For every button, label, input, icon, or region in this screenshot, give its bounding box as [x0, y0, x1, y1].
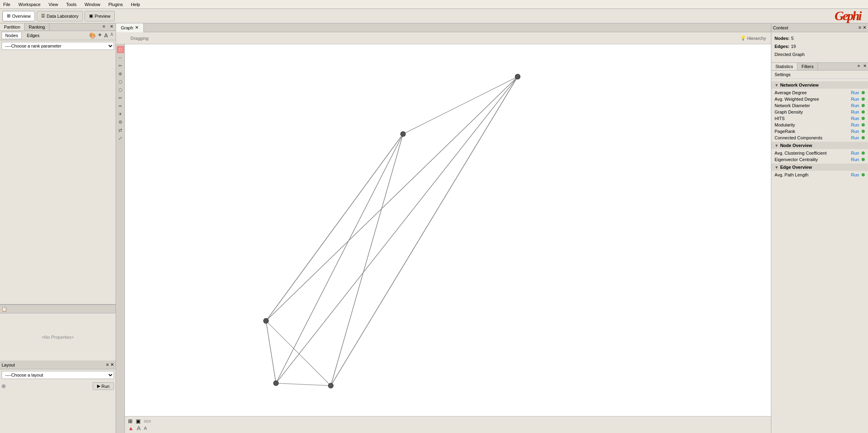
- stats-settings: Settings: [771, 70, 868, 79]
- zoom-tool[interactable]: ⊕: [117, 70, 124, 77]
- ranking-tab[interactable]: Ranking: [25, 23, 49, 31]
- modularity-run[interactable]: Run: [851, 122, 859, 127]
- font-a-small-icon[interactable]: A: [144, 426, 147, 431]
- context-menu[interactable]: ≡: [859, 25, 861, 30]
- graph-bottom-controls: ⊞ ▣ size ▲ A A: [125, 416, 771, 433]
- connected-components-dot: [862, 136, 865, 139]
- node-4[interactable]: [273, 381, 278, 385]
- pencil-tool[interactable]: ✏: [117, 62, 124, 69]
- menu-window[interactable]: Window: [83, 1, 102, 8]
- data-lab-button[interactable]: ☰ Data Laboratory: [37, 11, 83, 21]
- brush-tool[interactable]: ⬡: [117, 78, 124, 85]
- avg-degree-actions: Run: [851, 90, 865, 95]
- clustering-run[interactable]: Run: [851, 151, 859, 155]
- hierarchy-button[interactable]: 💡 Hierarchy: [737, 35, 769, 41]
- properties-section: 📋 <No Properties>: [0, 304, 116, 360]
- statistics-tab[interactable]: Statistics: [771, 63, 798, 70]
- layout-select[interactable]: ----Choose a layout: [2, 371, 114, 379]
- edge-collapse[interactable]: ▼: [775, 165, 779, 170]
- font-a-icon[interactable]: A: [137, 425, 141, 431]
- context-label: Context: [773, 25, 788, 30]
- edges-tab[interactable]: Edges: [23, 32, 43, 39]
- net-diameter-run[interactable]: Run: [851, 103, 859, 108]
- partition-tab[interactable]: Partition: [0, 23, 25, 31]
- hierarchy-icon: 💡: [740, 35, 746, 41]
- svg-line-8: [266, 321, 331, 386]
- pagerank-row: PageRank Run: [771, 128, 868, 135]
- grid-icon[interactable]: ▣: [136, 418, 141, 424]
- node-3[interactable]: [263, 318, 268, 323]
- ruler-tool[interactable]: ━: [117, 102, 124, 110]
- pagerank-run[interactable]: Run: [851, 129, 859, 134]
- avg-weighted-row: Avg. Weighted Degree Run: [771, 96, 868, 102]
- settings-tool[interactable]: ⚙: [117, 118, 124, 126]
- fit-tool[interactable]: ⤢: [117, 135, 124, 142]
- filters-tab[interactable]: Filters: [798, 63, 818, 70]
- menu-help[interactable]: Help: [129, 1, 142, 8]
- font-small-icon[interactable]: A: [110, 32, 114, 39]
- pencil2-tool[interactable]: ✏: [117, 94, 124, 102]
- graph-tab-label: Graph: [121, 25, 133, 30]
- layout-header-actions: ≡ ✕: [106, 362, 114, 367]
- avg-weighted-actions: Run: [851, 97, 865, 102]
- transform-tool[interactable]: ⇄: [117, 126, 124, 134]
- partition-menu[interactable]: ≡: [100, 23, 108, 31]
- clustering-label: Avg. Clustering Coefficient: [775, 151, 827, 155]
- node-2[interactable]: [400, 132, 405, 137]
- pagerank-actions: Run: [851, 129, 865, 134]
- svg-line-17: [266, 134, 403, 321]
- move-tool[interactable]: ↔: [117, 54, 124, 61]
- menu-workspace[interactable]: Workspace: [17, 1, 42, 8]
- network-collapse[interactable]: ▼: [775, 83, 779, 87]
- eigenvector-run[interactable]: Run: [851, 157, 859, 162]
- node-collapse[interactable]: ▼: [775, 143, 779, 148]
- graph-density-run[interactable]: Run: [851, 110, 859, 114]
- menu-file[interactable]: File: [2, 1, 12, 8]
- svg-line-18: [266, 321, 276, 383]
- run-button[interactable]: ▶ Run: [93, 382, 114, 390]
- color2-tool[interactable]: ⬡: [117, 86, 124, 93]
- connected-components-run[interactable]: Run: [851, 135, 859, 140]
- preview-label: Preview: [95, 14, 110, 19]
- rank-param-select[interactable]: ----Choose a rank parameter: [2, 42, 114, 50]
- modularity-label: Modularity: [775, 122, 795, 127]
- avg-degree-run[interactable]: Run: [851, 90, 859, 95]
- nodes-row: Nodes: 5: [775, 35, 865, 43]
- graph-canvas[interactable]: ⊞ ▣ size ▲ A A: [125, 44, 771, 433]
- plane-tool[interactable]: ✈: [117, 110, 124, 118]
- nodes-tab[interactable]: Nodes: [2, 32, 22, 39]
- network-overview-header: ▼ Network Overview: [771, 81, 868, 89]
- diamond-icon[interactable]: ◆: [97, 32, 102, 39]
- menu-view[interactable]: View: [47, 1, 60, 8]
- color-sphere-icon[interactable]: 🎨: [88, 32, 97, 39]
- partition-close[interactable]: ✕: [108, 23, 116, 31]
- modularity-dot: [862, 123, 865, 126]
- path-length-run[interactable]: Run: [851, 172, 859, 177]
- layout-section: Layout ≡ ✕ ----Choose a layout ▶ Run: [0, 360, 116, 433]
- stats-close[interactable]: ✕: [862, 63, 868, 70]
- preview-button[interactable]: ▣ Preview: [85, 11, 115, 21]
- font-large-icon[interactable]: A: [103, 32, 109, 39]
- edge-overview-header: ▼ Edge Overview: [771, 164, 868, 171]
- context-close[interactable]: ✕: [863, 25, 866, 30]
- node-1[interactable]: [515, 74, 520, 79]
- zoom-fit-icon[interactable]: ⊞: [128, 418, 133, 424]
- graph-tab[interactable]: Graph ✕: [116, 23, 144, 32]
- hits-run[interactable]: Run: [851, 116, 859, 121]
- overview-button[interactable]: ⊞ Overview: [2, 11, 35, 21]
- vert-toolbar: ⬡ ↔ ✏ ⊕ ⬡ ⬡ ✏ ━ ✈ ⚙ ⇄ ⤢: [116, 44, 125, 433]
- menu-tools[interactable]: Tools: [64, 1, 78, 8]
- menu-plugins[interactable]: Plugins: [107, 1, 124, 8]
- rank-param-dropdown[interactable]: ----Choose a rank parameter: [2, 42, 114, 50]
- select-tool[interactable]: ⬡: [117, 46, 124, 53]
- layout-menu[interactable]: ≡: [106, 362, 109, 367]
- layout-close[interactable]: ✕: [110, 362, 114, 367]
- path-length-label: Avg. Path Length: [775, 172, 808, 177]
- avg-weighted-run[interactable]: Run: [851, 97, 859, 102]
- bottom-row-2: ▲ A A: [128, 425, 768, 431]
- stats-menu[interactable]: ≡: [856, 63, 862, 70]
- path-length-row: Avg. Path Length Run: [771, 172, 868, 178]
- color-triangle-icon[interactable]: ▲: [128, 425, 134, 431]
- node-5[interactable]: [328, 383, 333, 388]
- graph-tab-close[interactable]: ✕: [135, 25, 139, 30]
